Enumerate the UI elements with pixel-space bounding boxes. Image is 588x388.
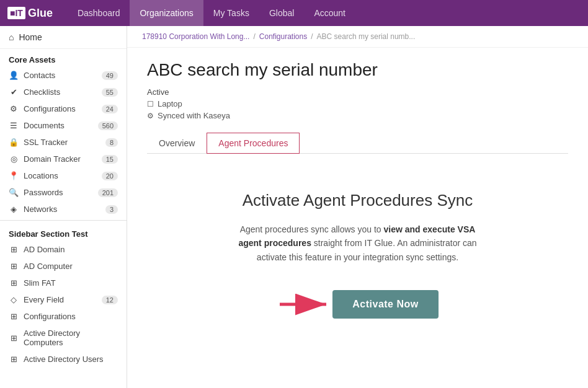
tab-agent-procedures[interactable]: Agent Procedures: [207, 133, 300, 154]
sidebar-item-label: Documents: [24, 121, 98, 130]
contacts-icon: 👤: [9, 71, 19, 80]
sidebar-divider: [0, 220, 127, 221]
passwords-count: 201: [98, 188, 118, 197]
ad-computer-icon: ⊞: [9, 262, 19, 271]
breadcrumb-section[interactable]: Configurations: [259, 32, 307, 41]
activate-section: Activate Agent Procedures Sync Agent pro…: [147, 154, 568, 345]
every-field-count: 12: [102, 296, 118, 304]
configurations-count: 24: [102, 105, 118, 113]
sync-icon: ⚙: [147, 112, 154, 120]
sidebar-item-label: Configurations: [24, 312, 118, 321]
sidebar-item-label: Domain Tracker: [24, 154, 102, 164]
home-icon: ⌂: [9, 32, 14, 42]
sidebar-item-label: AD Domain: [24, 245, 118, 254]
activate-description: Agent procedures sync allows you to view…: [228, 223, 488, 264]
meta-type-label: Laptop: [158, 99, 182, 108]
slim-fat-icon: ⊞: [9, 278, 19, 288]
contacts-count: 49: [102, 71, 118, 80]
locations-icon: 📍: [9, 171, 19, 180]
logo-text: Glue: [28, 7, 53, 20]
ad-computers-icon: ⊞: [9, 333, 19, 343]
sidebar-item-label: Contacts: [24, 71, 102, 80]
sidebar-item-label: Slim FAT: [24, 278, 118, 288]
meta-status: Active: [147, 87, 568, 97]
activate-now-button[interactable]: Activate Now: [332, 290, 438, 319]
tabs: Overview Agent Procedures: [147, 133, 568, 154]
logo-icon: ■IT: [7, 7, 25, 19]
laptop-icon: ☐: [147, 100, 154, 108]
passwords-icon: 🔍: [9, 188, 19, 197]
sidebar-item-checklists[interactable]: ✔ Checklists 55: [0, 84, 127, 100]
sidebar-item-networks[interactable]: ◈ Networks 3: [0, 201, 127, 218]
meta-info: Active ☐ Laptop ⚙ Synced with Kaseya: [147, 87, 568, 120]
ad-users-icon: ⊞: [9, 355, 19, 364]
sidebar-home[interactable]: ⌂ Home: [0, 26, 127, 49]
main-content: 178910 Corporation With Long... / Config…: [127, 26, 588, 388]
sidebar-item-label: SSL Tracker: [24, 138, 105, 147]
nav-account[interactable]: Account: [304, 0, 355, 26]
main-layout: ⌂ Home Core Assets 👤 Contacts 49 ✔ Check…: [0, 26, 588, 388]
page-title: ABC search my serial number: [147, 60, 568, 80]
breadcrumb-org[interactable]: 178910 Corporation With Long...: [142, 32, 249, 41]
sidebar-item-domain-tracker[interactable]: ◎ Domain Tracker 15: [0, 151, 127, 167]
sidebar-item-ad-computer[interactable]: ⊞ AD Computer: [0, 258, 127, 275]
networks-count: 3: [105, 205, 118, 214]
sidebar-item-configurations2[interactable]: ⊞ Configurations: [0, 308, 127, 325]
content-body: ABC search my serial number Active ☐ Lap…: [127, 48, 588, 357]
sidebar-item-label: Passwords: [24, 188, 98, 197]
configurations-icon: ⚙: [9, 104, 19, 113]
activate-cta: Activate Now: [172, 289, 543, 320]
ad-domain-icon: ⊞: [9, 245, 19, 254]
meta-sync: ⚙ Synced with Kaseya: [147, 111, 568, 120]
sidebar-item-label: Configurations: [24, 104, 102, 113]
documents-count: 560: [98, 121, 118, 130]
tab-overview[interactable]: Overview: [147, 133, 207, 154]
sidebar-item-configurations[interactable]: ⚙ Configurations 24: [0, 100, 127, 117]
sidebar-home-label: Home: [19, 32, 42, 42]
networks-icon: ◈: [9, 205, 19, 214]
documents-icon: ☰: [9, 121, 19, 130]
ssl-count: 8: [105, 138, 118, 147]
nav-links: Dashboard Organizations My Tasks Global …: [68, 0, 355, 26]
nav-dashboard[interactable]: Dashboard: [68, 0, 130, 26]
sidebar-item-label: Every Field: [24, 295, 102, 304]
sidebar: ⌂ Home Core Assets 👤 Contacts 49 ✔ Check…: [0, 26, 127, 388]
ssl-icon: 🔒: [9, 138, 19, 147]
sidebar-item-label: Networks: [24, 205, 105, 214]
sidebar-section-core-assets: Core Assets: [0, 49, 127, 67]
sidebar-item-slim-fat[interactable]: ⊞ Slim FAT: [0, 275, 127, 291]
sidebar-item-contacts[interactable]: 👤 Contacts 49: [0, 67, 127, 84]
locations-count: 20: [102, 172, 118, 180]
domain-icon: ◎: [9, 154, 19, 164]
sidebar-item-label: Active Directory Users: [24, 355, 118, 364]
sidebar-section-test: Sidebar Section Test: [0, 223, 127, 241]
activate-desc-start: Agent procedures sync allows you to: [240, 224, 384, 234]
arrow-icon: [277, 289, 339, 320]
sidebar-item-label: Locations: [24, 171, 102, 180]
domain-count: 15: [102, 155, 118, 164]
top-navigation: ■IT Glue Dashboard Organizations My Task…: [0, 0, 588, 26]
breadcrumb: 178910 Corporation With Long... / Config…: [127, 26, 588, 48]
nav-my-tasks[interactable]: My Tasks: [203, 0, 259, 26]
sidebar-item-every-field[interactable]: ◇ Every Field 12: [0, 291, 127, 308]
breadcrumb-current: ABC search my serial numb...: [317, 32, 416, 41]
checklists-count: 55: [102, 88, 118, 97]
nav-organizations[interactable]: Organizations: [130, 0, 203, 26]
sidebar-item-label: AD Computer: [24, 262, 118, 271]
sidebar-item-label: Active Directory Computers: [24, 328, 118, 347]
sidebar-item-passwords[interactable]: 🔍 Passwords 201: [0, 184, 127, 201]
nav-global[interactable]: Global: [259, 0, 304, 26]
configurations2-icon: ⊞: [9, 312, 19, 321]
sidebar-item-locations[interactable]: 📍 Locations 20: [0, 167, 127, 184]
every-field-icon: ◇: [9, 295, 19, 304]
sidebar-item-ssl-tracker[interactable]: 🔒 SSL Tracker 8: [0, 134, 127, 151]
sidebar-item-label: Checklists: [24, 87, 102, 97]
breadcrumb-separator1: /: [253, 32, 255, 41]
checklists-icon: ✔: [9, 87, 19, 97]
activate-title: Activate Agent Procedures Sync: [172, 191, 543, 210]
sidebar-item-ad-domain[interactable]: ⊞ AD Domain: [0, 241, 127, 258]
sidebar-item-active-directory-computers[interactable]: ⊞ Active Directory Computers: [0, 325, 127, 351]
sidebar-item-documents[interactable]: ☰ Documents 560: [0, 117, 127, 134]
sidebar-item-active-directory-users[interactable]: ⊞ Active Directory Users: [0, 351, 127, 368]
meta-sync-label: Synced with Kaseya: [158, 111, 230, 120]
